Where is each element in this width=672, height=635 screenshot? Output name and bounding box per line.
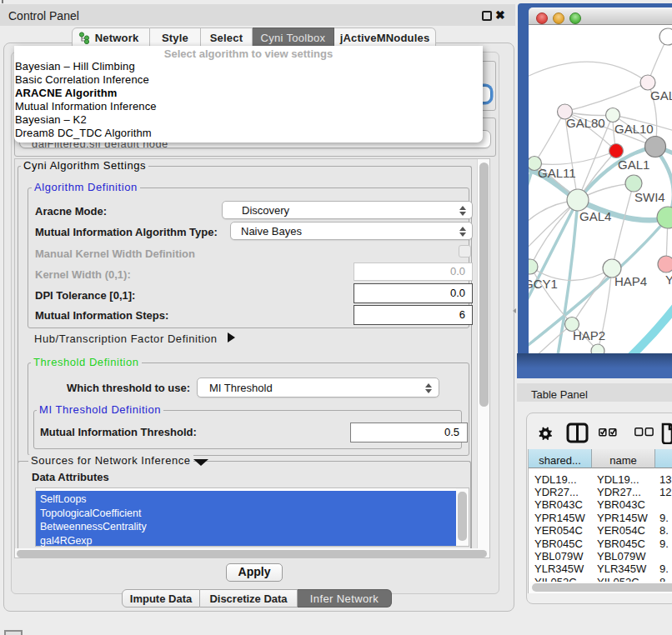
svg-text:HAP4: HAP4 [614, 274, 647, 288]
svg-text:GAL1: GAL1 [618, 158, 649, 172]
svg-text:GAL11: GAL11 [538, 166, 576, 180]
svg-text:GAL80: GAL80 [566, 116, 605, 130]
svg-text:Y: Y [665, 272, 672, 287]
svg-text:GAL4: GAL4 [579, 209, 611, 223]
svg-text:SWI4: SWI4 [634, 190, 665, 204]
svg-text:GAL: GAL [650, 88, 672, 102]
svg-text:GAL10: GAL10 [614, 122, 654, 136]
svg-text:GCY1: GCY1 [529, 277, 558, 291]
svg-text:HAP2: HAP2 [573, 328, 605, 342]
